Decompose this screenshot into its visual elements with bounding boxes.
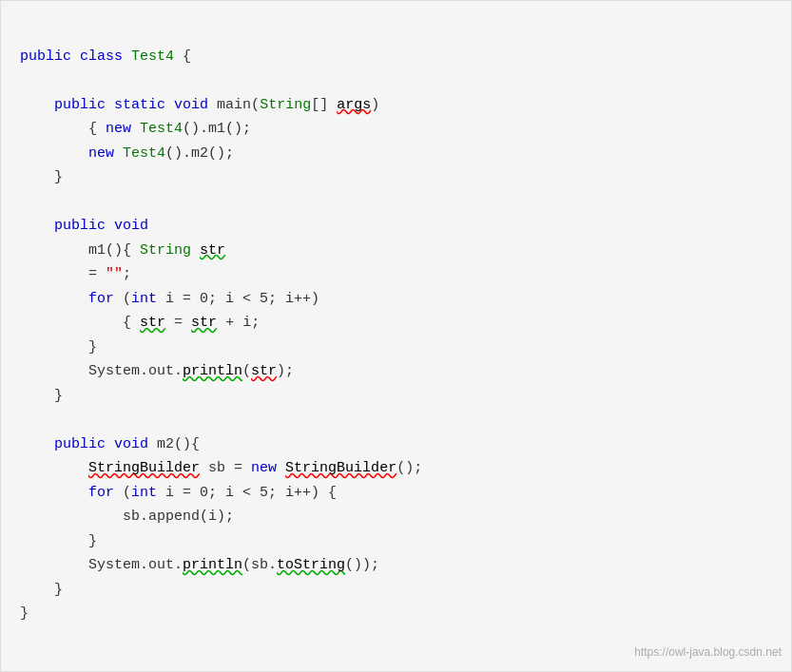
line-11: for (int i = 0; i < 5; i++) (20, 291, 319, 307)
line-9: m1(){ String str (20, 242, 225, 259)
line-18: StringBuilder sb = new StringBuilder(); (20, 460, 422, 476)
code-editor: public class Test4 { public static void … (0, 0, 792, 672)
line-3: public static void main(String[] args) (20, 97, 379, 113)
line-21: } (20, 533, 97, 549)
line-1: public class Test4 { (20, 48, 191, 65)
line-20: sb.append(i); (20, 509, 234, 525)
line-19: for (int i = 0; i < 5; i++) { (20, 485, 337, 501)
line-23: } (20, 582, 63, 598)
line-4: { new Test4().m1(); (20, 121, 251, 137)
line-8: public void (20, 218, 148, 234)
line-13: } (20, 339, 97, 355)
watermark: https://owl-java.blog.csdn.net (634, 643, 782, 662)
line-14: System.out.println(str); (20, 363, 294, 379)
code-content: public class Test4 { public static void … (20, 48, 422, 646)
line-22: System.out.println(sb.toString()); (20, 557, 379, 573)
line-10: = ""; (20, 266, 131, 282)
line-12: { str = str + i; (20, 315, 260, 331)
line-15: } (20, 388, 63, 404)
line-17: public void m2(){ (20, 436, 200, 452)
line-5: new Test4().m2(); (20, 145, 234, 162)
line-24: } (20, 605, 29, 622)
line-6: } (20, 169, 63, 185)
